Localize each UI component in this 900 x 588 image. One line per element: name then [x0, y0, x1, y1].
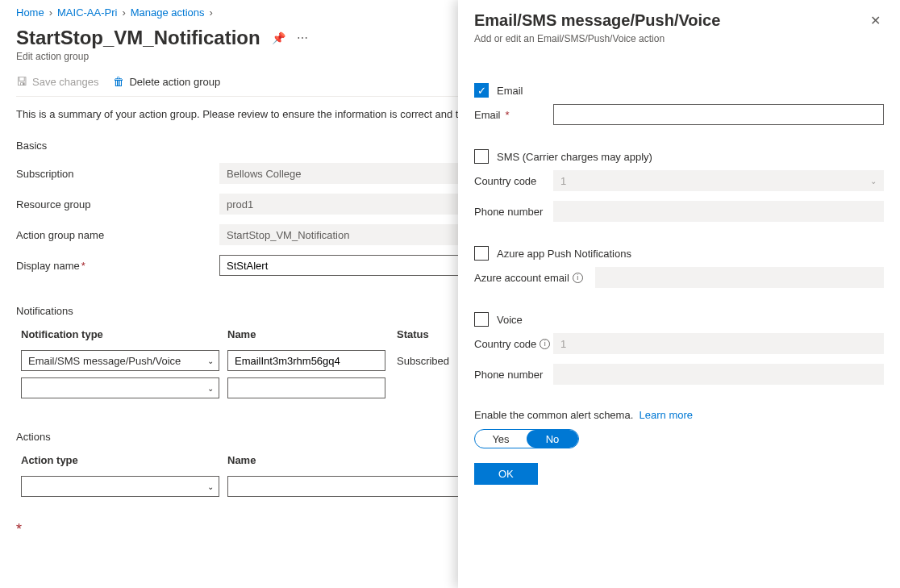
voice-phone-input [553, 364, 884, 385]
sms-country-code-select[interactable]: 1 ⌄ [553, 170, 884, 191]
voice-country-code-label: Country code i [474, 338, 553, 350]
voice-checkbox-label: Voice [497, 314, 523, 326]
chevron-down-icon: ⌄ [207, 384, 214, 393]
pin-icon[interactable]: 📌 [272, 31, 285, 44]
chevron-down-icon: ⌄ [207, 357, 214, 365]
col-notification-type: Notification type [21, 328, 227, 340]
toggle-yes[interactable]: Yes [475, 430, 527, 448]
crumb-resource[interactable]: MAIC-AA-Pri [57, 6, 117, 19]
sms-country-code-label: Country code [474, 175, 553, 187]
chevron-down-icon: ⌄ [870, 177, 877, 186]
info-icon[interactable]: i [540, 339, 550, 349]
page-title: StartStop_VM_Notification [16, 27, 260, 49]
save-label: Save changes [32, 76, 98, 88]
detail-panel: Email/SMS message/Push/Voice ✕ Add or ed… [458, 0, 900, 588]
save-icon: 🖫 [16, 75, 27, 88]
voice-phone-label: Phone number [474, 369, 553, 381]
push-checkbox[interactable] [474, 246, 489, 261]
delete-label: Delete action group [129, 76, 220, 88]
col-action-name: Name [227, 454, 397, 466]
chevron-right-icon: › [210, 6, 213, 19]
notification-type-select[interactable]: Email/SMS message/Push/Voice ⌄ [21, 350, 219, 371]
learn-more-link[interactable]: Learn more [640, 409, 693, 421]
notification-name-input-empty[interactable] [227, 377, 385, 398]
subscription-label: Subscription [16, 168, 219, 180]
chevron-right-icon: › [122, 6, 125, 19]
chevron-down-icon: ⌄ [207, 482, 214, 491]
push-checkbox-label: Azure app Push Notifications [497, 248, 631, 260]
schema-text: Enable the common alert schema. [474, 409, 633, 421]
sms-checkbox-label: SMS (Carrier charges may apply) [497, 151, 652, 163]
azure-email-label: Azure account email i [474, 272, 595, 284]
email-field-label: Email* [474, 109, 553, 121]
crumb-section[interactable]: Manage actions [131, 6, 205, 19]
email-checkbox-label: Email [497, 85, 523, 97]
notification-status: Subscribed [397, 355, 449, 367]
schema-toggle[interactable]: Yes No [474, 429, 579, 448]
display-name-label: Display name* [16, 260, 219, 272]
more-icon[interactable]: ⋯ [297, 31, 308, 44]
schema-row: Enable the common alert schema. Learn mo… [474, 409, 884, 421]
info-icon[interactable]: i [573, 273, 583, 283]
sms-checkbox[interactable] [474, 149, 489, 164]
email-checkbox[interactable]: ✓ [474, 83, 489, 98]
voice-country-code-input [553, 333, 884, 354]
action-type-select[interactable]: ⌄ [21, 476, 219, 497]
panel-subtitle: Add or edit an Email/SMS/Push/Voice acti… [474, 33, 884, 44]
notification-type-select-empty[interactable]: ⌄ [21, 377, 219, 398]
email-input[interactable] [553, 104, 884, 125]
notification-type-value: Email/SMS message/Push/Voice [28, 355, 181, 367]
close-icon[interactable]: ✕ [867, 11, 884, 30]
sms-phone-label: Phone number [474, 206, 553, 218]
col-action-type: Action type [21, 454, 227, 466]
toggle-no[interactable]: No [527, 430, 578, 448]
chevron-right-icon: › [49, 6, 52, 19]
col-notification-name: Name [227, 328, 397, 340]
save-button[interactable]: 🖫 Save changes [16, 75, 98, 88]
trash-icon: 🗑 [113, 75, 124, 88]
resource-group-label: Resource group [16, 198, 219, 211]
sms-country-code-value: 1 [560, 175, 566, 187]
voice-checkbox[interactable] [474, 312, 489, 327]
sms-phone-input [553, 201, 884, 222]
notification-name-input[interactable] [227, 350, 385, 371]
panel-title: Email/SMS message/Push/Voice [474, 11, 720, 30]
ok-button[interactable]: OK [474, 463, 538, 485]
azure-email-input [595, 267, 884, 288]
crumb-home[interactable]: Home [16, 6, 44, 19]
action-group-name-label: Action group name [16, 229, 219, 241]
delete-button[interactable]: 🗑 Delete action group [113, 75, 220, 88]
